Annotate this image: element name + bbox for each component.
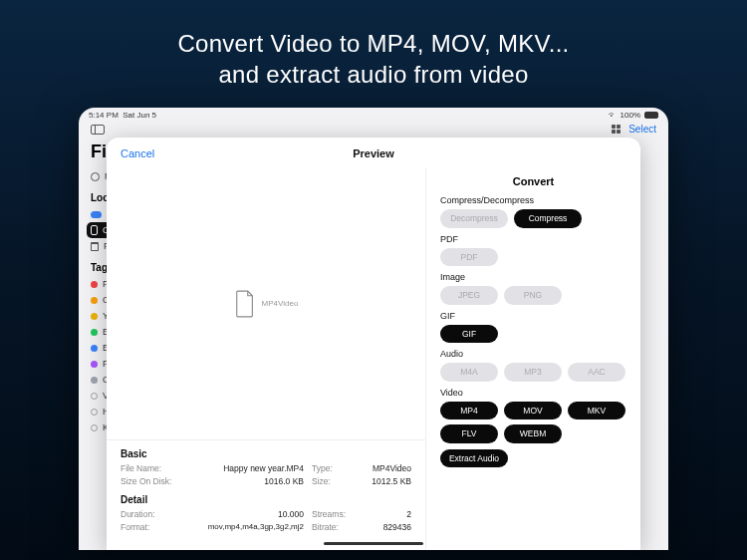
device-frame: 5:14 PM Sat Jun 5 ᯤ 100% Select File R L… [79,108,668,550]
detail-grid: Duration:10.000Streams:2 Format:mov,mp4,… [121,509,411,532]
webm-button[interactable]: WEBM [504,424,562,443]
hero-line1: Convert Video to MP4, MOV, MKV... [177,30,569,57]
compress-button[interactable]: Compress [514,209,582,228]
convert-title: Convert [440,175,626,187]
preview-type-label: MP4Video [262,299,299,308]
tag-dot-icon [91,313,98,320]
modal-title: Preview [353,147,394,159]
hero-text: Convert Video to MP4, MOV, MKV... and ex… [0,0,747,90]
tag-dot-icon [91,361,98,368]
mp3-button: MP3 [504,363,562,382]
basic-title: Basic [121,448,411,459]
circle-icon [91,393,98,400]
jpeg-button: JPEG [440,286,498,305]
preview-modal: Cancel Preview MP4Video Basic File Name:… [107,138,640,550]
png-button: PNG [504,286,562,305]
tag-dot-icon [91,281,98,288]
phone-icon [91,225,98,235]
tag-dot-icon [91,329,98,336]
trash-icon [91,242,99,251]
gif-button[interactable]: GIF [440,325,498,344]
section-audio: Audio [440,349,626,359]
mkv-button[interactable]: MKV [568,402,625,420]
clock-icon [91,172,100,181]
aac-button: AAC [568,363,625,382]
flv-button[interactable]: FLV [440,424,498,443]
m4a-button: M4A [440,363,498,382]
hero-line2: and extract audio from video [218,61,528,88]
convert-pane: Convert Compress/Decompress Decompress C… [425,167,640,550]
basic-grid: File Name:Happy new year.MP4Type:MP4Vide… [121,463,411,486]
pdf-button: PDF [440,248,498,267]
preview-pane: MP4Video Basic File Name:Happy new year.… [107,167,425,550]
file-icon [234,290,256,318]
section-image: Image [440,272,626,282]
detail-title: Detail [121,494,411,505]
mov-button[interactable]: MOV [504,402,562,420]
tag-dot-icon [91,345,98,352]
extract-audio-button[interactable]: Extract Audio [440,449,508,468]
tag-dot-icon [91,377,98,384]
cancel-button[interactable]: Cancel [121,147,154,159]
preview-area: MP4Video [107,167,425,439]
section-video: Video [440,388,626,398]
section-pdf: PDF [440,234,626,244]
modal-header: Cancel Preview [107,138,640,167]
circle-icon [91,409,98,416]
tag-dot-icon [91,297,98,304]
cloud-icon [91,211,102,218]
circle-icon [91,424,98,431]
decompress-button: Decompress [440,209,508,228]
section-gif: GIF [440,311,626,321]
mp4-button[interactable]: MP4 [440,402,498,420]
section-compress: Compress/Decompress [440,195,626,205]
home-indicator[interactable] [324,542,423,545]
